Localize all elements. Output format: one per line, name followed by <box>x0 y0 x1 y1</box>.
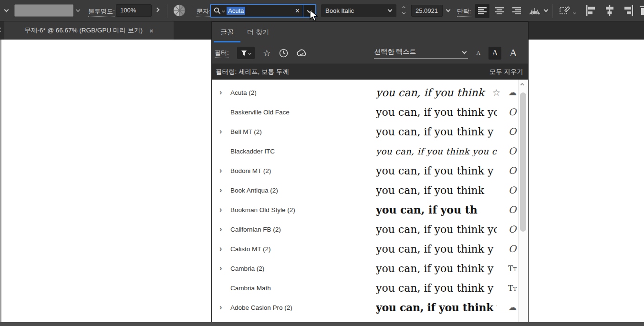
adobe-fonts-cloud-icon[interactable] <box>296 49 307 57</box>
size-step-down-icon[interactable] <box>402 11 405 14</box>
font-name: Bookman Old Style (2) <box>230 206 295 213</box>
filter-label: 필터: <box>215 49 229 58</box>
opacity-label[interactable]: 불투명도: <box>88 7 115 17</box>
expand-arrow-icon[interactable]: › <box>219 225 222 234</box>
filter-classes-button[interactable] <box>237 47 255 59</box>
font-type-icon: TT <box>506 264 519 273</box>
align-left-edges-icon[interactable] <box>585 5 596 16</box>
tab-fonts[interactable]: 글꼴 <box>214 22 240 42</box>
tab-find-more[interactable]: 더 찾기 <box>240 22 276 42</box>
funnel-chevron-icon <box>248 51 251 54</box>
font-picker-panel: 글꼴 더 찾기 필터: ☆ 선택한 텍스트 A A A <box>211 21 529 326</box>
toolbar-separator <box>552 4 553 18</box>
font-preview-sample: you can, if you think you ca <box>376 146 497 156</box>
font-preview-sample: you can, if you think <box>376 86 497 98</box>
expand-arrow-icon[interactable]: › <box>219 127 222 136</box>
mouse-cursor <box>309 10 318 22</box>
font-size-field[interactable]: 25.0921 <box>411 5 443 17</box>
font-preview-sample: you can, if you think y <box>376 125 497 137</box>
font-list-item[interactable]: › Cambria (2) you can, if you think y ☆ … <box>212 258 528 278</box>
font-list-item[interactable]: › Cambria Math you can, if you think y ☆… <box>212 278 528 297</box>
size-chevron-icon[interactable] <box>446 8 451 12</box>
align-center-button[interactable] <box>492 4 507 18</box>
expand-arrow-icon[interactable]: › <box>219 264 222 273</box>
font-list-item[interactable]: › Californian FB (2) you can, if you thi… <box>212 219 528 239</box>
font-preview-sample: you can, if you think yo <box>376 301 497 314</box>
character-label: 문자: <box>197 7 211 17</box>
font-name: Book Antiqua (2) <box>230 186 278 194</box>
font-type-icon: ☁ <box>506 302 519 313</box>
font-type-icon: O <box>506 184 519 196</box>
font-name: Blackadder ITC <box>230 147 275 154</box>
font-list-item[interactable]: › Calisto MT (2) you can, if you think y… <box>212 239 528 258</box>
font-list-item[interactable]: › Baskerville Old Face you can, if you t… <box>212 102 528 122</box>
document-tab[interactable]: 무제-6* @ 66.67% (RGB/GPU 미리 보기) × <box>4 21 174 40</box>
font-type-icon: O <box>506 106 519 118</box>
font-list-item[interactable]: › Acuta (2) you can, if you think ☆ ☁ <box>212 82 528 102</box>
font-name: Baskerville Old Face <box>230 108 290 115</box>
font-name: Calisto MT (2) <box>230 245 271 252</box>
clear-all-filters-button[interactable]: 모두 지우기 <box>489 68 523 76</box>
font-style-dropdown[interactable]: Book Italic <box>321 4 396 17</box>
font-type-icon: TT <box>506 283 519 292</box>
align-right-button[interactable] <box>509 4 524 18</box>
expand-arrow-icon[interactable]: › <box>219 186 222 194</box>
font-type-icon: O <box>506 224 519 235</box>
align-right-edges-icon[interactable] <box>623 5 634 16</box>
clear-search-icon[interactable]: × <box>292 7 303 15</box>
preview-scope-dropdown[interactable]: 선택한 텍스트 <box>374 48 468 59</box>
font-search-input[interactable]: Acuta × <box>210 4 316 18</box>
font-preview-sample: you can, if you think y <box>376 282 497 294</box>
recent-fonts-clock-icon[interactable] <box>279 49 288 58</box>
font-name: Acuta (2) <box>230 89 257 96</box>
search-selected-text[interactable]: Acuta <box>227 7 245 15</box>
options-toolbar: 불투명도: 100% 문자: Acuta × Book Italic 25.09… <box>0 0 644 21</box>
funnel-icon <box>241 50 247 56</box>
font-preview-sample: you can, if you think y <box>376 243 497 255</box>
font-list-item[interactable]: › Bookman Old Style (2) you can, if you … <box>212 200 528 219</box>
opacity-field[interactable]: 100% <box>116 4 152 17</box>
font-list-item[interactable]: › Bell MT (2) you can, if you think y ☆ … <box>212 122 528 141</box>
search-icon <box>214 7 221 14</box>
sphere-icon[interactable] <box>173 4 186 17</box>
expand-arrow-icon[interactable]: › <box>219 88 222 97</box>
font-name: Bell MT (2) <box>230 128 262 135</box>
align-top-edges-icon[interactable] <box>639 5 644 16</box>
font-list-item[interactable]: › Blackadder ITC you can, if you think y… <box>212 141 528 161</box>
favorites-filter-star-icon[interactable]: ☆ <box>263 49 271 58</box>
font-type-icon: ☁ <box>506 87 519 98</box>
tool-preset-chevron-icon[interactable] <box>4 8 9 12</box>
align-horizontal-centers-icon[interactable] <box>604 5 615 16</box>
font-type-icon: O <box>506 126 519 137</box>
font-preview-sample: you can, if you think y <box>376 262 497 274</box>
font-list-item[interactable]: › Adobe Caslon Pro (2) you can, if you t… <box>212 297 528 317</box>
dropdown-chevron-icon[interactable] <box>76 8 81 12</box>
search-scope-chevron-icon[interactable] <box>222 9 225 12</box>
expand-arrow-icon[interactable]: › <box>219 205 222 214</box>
align-left-button[interactable] <box>475 4 489 18</box>
preview-size-small-button[interactable]: A <box>476 50 480 57</box>
preview-size-medium-button[interactable]: A <box>488 47 501 60</box>
tab-scroll-left-icon[interactable] <box>0 28 2 32</box>
size-step-up-icon[interactable] <box>402 6 405 10</box>
font-type-icon: O <box>506 145 519 157</box>
warp-text-icon[interactable] <box>529 6 541 15</box>
font-list-item[interactable]: › Bodoni MT (2) you can, if you think y … <box>212 161 528 180</box>
expand-arrow-icon[interactable]: › <box>219 303 222 312</box>
font-type-icon: O <box>506 204 519 215</box>
font-preview-sample: you can, if you think <box>376 184 497 196</box>
artboard-chevron-icon <box>573 11 576 14</box>
tab-close-icon[interactable]: × <box>149 27 154 35</box>
expand-arrow-icon[interactable]: › <box>219 244 222 253</box>
opacity-expand-chevron-icon[interactable] <box>155 8 160 12</box>
font-name: Cambria (2) <box>230 265 264 272</box>
artboard-icon[interactable] <box>559 5 571 16</box>
toolbar-separator <box>167 4 167 18</box>
font-preview-sample: you can, if you th <box>376 204 497 216</box>
font-list-item[interactable]: › Book Antiqua (2) you can, if you think… <box>212 180 528 200</box>
blend-mode-dropdown[interactable] <box>14 4 73 17</box>
favorite-star-icon[interactable]: ☆ <box>492 87 500 98</box>
preview-size-large-button[interactable]: A <box>509 47 517 59</box>
expand-arrow-icon[interactable]: › <box>219 166 222 175</box>
font-name: Cambria Math <box>230 284 271 291</box>
